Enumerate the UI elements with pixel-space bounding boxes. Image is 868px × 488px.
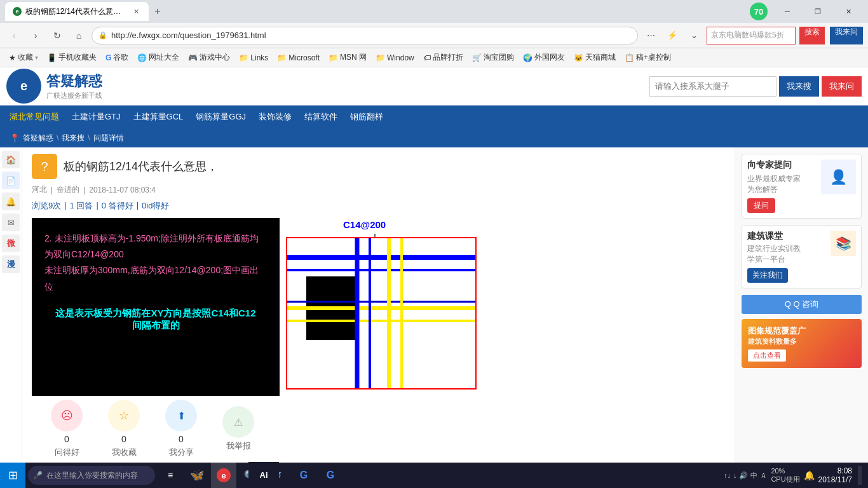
meta-date: 2018-11-07 08:03:4 xyxy=(89,186,156,194)
nav-item-gcl[interactable]: 土建算量GCL xyxy=(133,111,184,123)
ime-mode[interactable]: Ａ xyxy=(760,471,767,480)
location-icon: 📍 xyxy=(10,133,20,143)
window-restore-button[interactable]: ❐ xyxy=(803,0,832,23)
bookmark-brand[interactable]: 🏷品牌打折 xyxy=(419,51,467,64)
sidebar-doc-icon[interactable]: 📄 xyxy=(2,172,20,189)
ask-expert-button[interactable]: 提问 xyxy=(747,198,775,213)
action-row: ☹ 0 问得好 ☆ 0 我收藏 ⬆ 0 我分享 ⚠ 我举报 xyxy=(51,400,725,458)
start-button[interactable]: ⊞ xyxy=(0,463,25,488)
bookmark-mobile[interactable]: 📱手机收藏夹 xyxy=(43,51,100,64)
taskbar-clock: 8:08 2018/11/7 xyxy=(818,466,852,484)
lightning-icon[interactable]: ⚡ xyxy=(663,27,681,44)
sidebar-bell-icon[interactable]: 🔔 xyxy=(2,193,20,210)
new-tab-button[interactable]: + xyxy=(149,3,166,20)
home-button[interactable]: ⌂ xyxy=(70,27,88,44)
browser-app-button[interactable]: e xyxy=(211,463,236,488)
notification-icon[interactable]: 🔔 xyxy=(804,470,815,480)
breadcrumb-home[interactable]: 答疑解惑 xyxy=(23,133,53,144)
jd-search-button[interactable]: 搜索 xyxy=(799,27,825,44)
window-close-button[interactable]: ✕ xyxy=(834,0,863,23)
bookmark-tmall[interactable]: 🐱天猫商城 xyxy=(570,51,620,64)
collect-icon: ☆ xyxy=(108,400,140,431)
question-stats: 浏览9次 | 1 回答 | 0 答得好 | 0id得好 xyxy=(32,200,725,212)
g-app-button[interactable]: G xyxy=(291,463,316,488)
bookmark-control[interactable]: 📋稿+桌控制 xyxy=(621,51,675,64)
stat-good[interactable]: 0 答得好 xyxy=(102,200,133,212)
dropdown-icon[interactable]: ⌄ xyxy=(685,27,703,44)
sidebar-weibo-icon[interactable]: 微 xyxy=(2,234,20,252)
forward-button[interactable]: › xyxy=(27,27,44,44)
nav-item-hubei[interactable]: 湖北常见问题 xyxy=(10,111,59,123)
site-search-input[interactable] xyxy=(649,76,776,97)
show-desktop-button[interactable] xyxy=(858,466,862,485)
share-icon: ⬆ xyxy=(165,400,197,431)
follow-button[interactable]: 关注我们 xyxy=(747,268,788,283)
bookmark-taobao[interactable]: 🛒淘宝团购 xyxy=(468,51,518,64)
active-tab[interactable]: e 板的钢筋12/14代表什么意思， ✕ xyxy=(5,2,149,21)
address-bar[interactable]: 🔒 http://e.fwxgx.com/question_1979631.ht… xyxy=(92,27,638,44)
taskbar: ⊞ 🎤 在这里输入你要搜索的内容 ≡ 🦋 e 🔍 ↺ G G ↑↓ ↓ 🔊 中 … xyxy=(0,463,868,488)
stat-best[interactable]: 0id得好 xyxy=(142,200,169,212)
bookmark-urlall[interactable]: 🌐网址大全 xyxy=(133,51,183,64)
sidebar-mail-icon[interactable]: ✉ xyxy=(2,214,20,231)
taskbar-mic-icon: 🎤 xyxy=(33,471,43,480)
nav-item-settlement[interactable]: 结算软件 xyxy=(304,111,337,123)
qq-consult-button[interactable]: Q Q 咨询 xyxy=(742,295,862,314)
cpu-percent: 20% xyxy=(771,467,799,475)
bookmark-links[interactable]: 📁Links xyxy=(235,52,272,64)
window-minimize-button[interactable]: ─ xyxy=(773,0,802,23)
tab-close-button[interactable]: ✕ xyxy=(131,6,141,17)
more-options-icon[interactable]: ⋯ xyxy=(642,27,660,44)
bookmark-foreign[interactable]: 🌍外国网友 xyxy=(519,51,569,64)
expert-title: 向专家提问 xyxy=(747,159,801,171)
sidebar-comic-icon[interactable]: 漫 xyxy=(2,255,20,273)
action-report[interactable]: ⚠ 我举报 xyxy=(222,406,254,452)
report-label: 我举报 xyxy=(226,440,251,452)
sidebar-home-icon[interactable]: 🏠 xyxy=(2,151,20,168)
bookmark-star-icon[interactable]: ★ 收藏▾ xyxy=(5,51,42,64)
task-view-button[interactable]: ≡ xyxy=(158,463,183,488)
meta-author: 奋进的 xyxy=(57,184,79,195)
action-share[interactable]: ⬆ 0 我分享 xyxy=(165,400,197,458)
action-collect[interactable]: ☆ 0 我收藏 xyxy=(108,400,140,458)
stat-views[interactable]: 浏览9次 xyxy=(32,200,61,212)
back-button[interactable]: ‹ xyxy=(5,27,23,44)
course-inner: 建筑课堂 建筑行业实训教 学第一平台 📚 xyxy=(747,231,856,265)
nav-item-gtj[interactable]: 土建计量GTJ xyxy=(72,111,121,123)
site-header: e 答疑解惑 广联达服务新干线 我来搜 我来问 xyxy=(0,67,868,105)
taskbar-search-box[interactable]: 🎤 在这里输入你要搜索的内容 xyxy=(28,466,155,485)
breadcrumb-detail[interactable]: 问题详情 xyxy=(93,133,124,144)
jd-ask-button[interactable]: 我来问 xyxy=(830,27,863,44)
label-c14: C14@200 xyxy=(343,219,386,230)
jd-search-placeholder: 京东电脑数码爆款5折 xyxy=(711,30,784,41)
meta-divider2: | xyxy=(83,186,85,194)
website-content: e 答疑解惑 广联达服务新干线 我来搜 我来问 湖北常见问题 土建计量GTJ 土… xyxy=(0,67,868,463)
jd-search-input[interactable]: 京东电脑数码爆款5折 xyxy=(707,27,796,44)
g2-app-button[interactable]: G xyxy=(318,463,343,488)
grid-svg xyxy=(287,238,477,390)
action-good[interactable]: ☹ 0 问得好 xyxy=(51,400,83,458)
bookmark-window[interactable]: 📁Window xyxy=(372,52,418,64)
answer-text: 2. 未注明板顶标高为-1.950m;除注明外所有板底通筋均为双向C12/14@… xyxy=(32,218,280,308)
bookmark-games[interactable]: 🎮游戏中心 xyxy=(184,51,234,64)
address-url: http://e.fwxgx.com/question_1979631.html xyxy=(111,30,266,40)
site-search-button[interactable]: 我来搜 xyxy=(779,76,819,97)
refresh-button[interactable]: ↻ xyxy=(48,27,66,44)
stat-answers[interactable]: 1 回答 xyxy=(70,200,93,212)
nav-item-decoration[interactable]: 装饰装修 xyxy=(259,111,292,123)
nav-item-rebar[interactable]: 钢筋翻样 xyxy=(350,111,383,123)
banner-button[interactable]: 点击查看 xyxy=(748,349,786,362)
site-ask-button[interactable]: 我来问 xyxy=(822,76,862,97)
course-desc2: 学第一平台 xyxy=(747,254,801,265)
bookmark-microsoft[interactable]: 📁Microsoft xyxy=(273,52,323,64)
site-logo: e xyxy=(6,69,41,104)
question-block: ? 板的钢筋12/14代表什么意思， xyxy=(32,154,725,179)
volume-icon[interactable]: 🔊 xyxy=(739,471,748,480)
nav-item-ggj[interactable]: 钢筋算量GGJ xyxy=(196,111,246,123)
bookmark-msn[interactable]: 📁MSN 网 xyxy=(325,51,370,64)
breadcrumb-search[interactable]: 我来搜 xyxy=(62,133,85,144)
ime-indicator[interactable]: 中 xyxy=(750,471,757,480)
bookmark-google[interactable]: G谷歌 xyxy=(102,51,132,64)
butterfly-app-button[interactable]: 🦋 xyxy=(184,463,210,488)
tab-title: 板的钢筋12/14代表什么意思， xyxy=(25,6,127,17)
